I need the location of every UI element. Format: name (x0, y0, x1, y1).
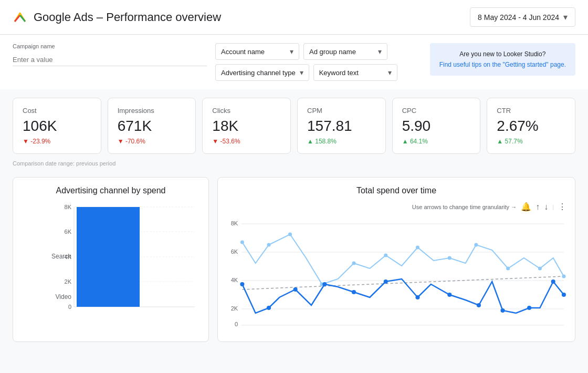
svg-point-45 (500, 308, 505, 313)
chart-toolbar: Use arrows to change time granularity → … (226, 202, 566, 212)
info-box-link[interactable]: Find useful tips on the "Getting started… (439, 61, 566, 68)
filter-row-top: Account name ▾ Ad group name ▾ (215, 43, 422, 60)
toolbar-divider: | (552, 204, 554, 210)
svg-point-39 (322, 282, 327, 286)
metrics-grid: Cost106K▼ -23.9%Impressions671K▼ -70.6%C… (13, 98, 575, 154)
metric-value: 5.90 (402, 118, 471, 134)
svg-point-25 (267, 243, 270, 247)
metric-label: Clicks (212, 107, 281, 115)
svg-point-37 (267, 306, 271, 310)
svg-point-35 (562, 275, 565, 278)
metric-card-ctr: CTR2.67%▲ 57.7% (487, 98, 575, 154)
filters-section: Campaign name Account name ▾ Ad group na… (0, 35, 588, 89)
svg-point-31 (448, 256, 452, 260)
campaign-name-filter: Campaign name (13, 43, 207, 66)
time-granularity-label: Use arrows to change time granularity → (412, 204, 517, 210)
svg-text:0: 0 (68, 304, 71, 310)
metric-value: 18K (212, 118, 281, 134)
metrics-section: Cost106K▼ -23.9%Impressions671K▼ -70.6%C… (0, 89, 588, 158)
metric-card-cost: Cost106K▼ -23.9% (13, 98, 101, 154)
advertising-channel-dropdown[interactable]: Advertising channel type ▾ (215, 64, 309, 81)
svg-point-36 (240, 282, 244, 286)
metric-label: CPC (402, 107, 471, 115)
info-box: Are you new to Looker Studio? Find usefu… (430, 43, 575, 76)
metric-card-cpm: CPM157.81▲ 158.8% (297, 98, 386, 154)
metric-change: ▲ 57.7% (497, 138, 565, 145)
svg-point-33 (506, 267, 510, 271)
filter-row-bottom: Advertising channel type ▾ Keyword text … (215, 64, 422, 81)
svg-point-30 (416, 246, 419, 250)
keyword-text-dropdown[interactable]: Keyword text ▾ (313, 64, 397, 81)
ad-group-name-label: Ad group name (309, 48, 356, 56)
current-period-line (242, 279, 564, 313)
advertising-channel-arrow-icon: ▾ (300, 68, 303, 77)
metric-value: 106K (23, 118, 91, 134)
svg-text:6K: 6K (231, 248, 238, 255)
previous-period-line (242, 234, 564, 284)
svg-point-43 (447, 293, 452, 297)
svg-point-47 (551, 279, 555, 284)
dropdown-filters: Account name ▾ Ad group name ▾ Advertisi… (215, 43, 422, 81)
svg-point-42 (415, 295, 419, 299)
video-bar (77, 303, 83, 307)
google-ads-logo-icon (13, 10, 27, 25)
comparison-note: Comparison date range: previous period (0, 158, 588, 173)
account-name-label: Account name (221, 48, 265, 56)
page-header: Google Ads – Performance overview 8 May … (0, 0, 588, 35)
header-left: Google Ads – Performance overview (13, 10, 221, 25)
svg-point-44 (477, 303, 481, 307)
metric-label: Impressions (118, 107, 186, 115)
metric-label: Cost (23, 107, 91, 115)
metric-change: ▼ -23.9% (23, 138, 91, 145)
campaign-name-input[interactable] (13, 54, 207, 66)
bar-chart-y-labels (22, 202, 48, 328)
metric-change: ▲ 158.8% (307, 138, 376, 145)
metric-change: ▼ -53.6% (212, 138, 281, 145)
arrow-down-icon[interactable]: ↓ (544, 202, 548, 212)
metric-change: ▲ 64.1% (402, 138, 471, 145)
svg-point-26 (288, 233, 292, 236)
bell-icon[interactable]: 🔔 (521, 202, 531, 212)
line-chart-svg: 8K 6K 4K 2K 0 (226, 216, 566, 331)
svg-text:4K: 4K (231, 277, 238, 283)
date-picker-arrow-icon: ▾ (563, 12, 568, 22)
account-name-dropdown[interactable]: Account name ▾ (215, 43, 299, 60)
svg-point-24 (240, 241, 244, 244)
campaign-name-label: Campaign name (13, 43, 207, 49)
svg-point-48 (562, 293, 566, 297)
svg-point-34 (538, 267, 542, 271)
line-chart-title: Total spend over time (226, 186, 566, 195)
svg-point-29 (384, 254, 387, 257)
svg-point-41 (384, 279, 388, 284)
arrow-up-icon[interactable]: ↑ (536, 202, 540, 212)
metric-value: 2.67% (497, 118, 565, 134)
metric-value: 671K (118, 118, 186, 134)
date-range-picker[interactable]: 8 May 2024 - 4 Jun 2024 ▾ (470, 7, 575, 27)
charts-section: Advertising channel by spend 8K 6K 4K (0, 173, 588, 350)
svg-text:2K: 2K (231, 305, 238, 312)
ad-group-name-arrow-icon: ▾ (378, 47, 382, 56)
bar-chart-svg: 8K 6K 4K 2K 0 Search Video (48, 202, 200, 328)
metric-card-impressions: Impressions671K▼ -70.6% (108, 98, 196, 154)
ad-group-name-dropdown[interactable]: Ad group name ▾ (303, 43, 387, 60)
svg-point-28 (352, 262, 355, 265)
metric-label: CPM (307, 107, 376, 115)
bar-chart-area: 8K 6K 4K 2K 0 Search Video (22, 202, 200, 328)
svg-point-32 (474, 243, 478, 247)
bar-chart-title: Advertising channel by spend (22, 186, 200, 195)
svg-text:6K: 6K (65, 229, 72, 235)
metric-change: ▼ -70.6% (118, 138, 186, 145)
svg-text:8K: 8K (65, 204, 72, 210)
svg-text:Video: Video (56, 293, 72, 301)
more-options-icon[interactable]: ⋮ (558, 202, 566, 212)
keyword-text-label: Keyword text (319, 69, 359, 77)
metric-value: 157.81 (307, 118, 376, 134)
account-name-arrow-icon: ▾ (290, 47, 293, 56)
metric-card-clicks: Clicks18K▼ -53.6% (202, 98, 291, 154)
keyword-text-arrow-icon: ▾ (388, 68, 392, 77)
svg-point-40 (352, 290, 356, 294)
svg-text:Search: Search (51, 253, 71, 260)
metric-card-cpc: CPC5.90▲ 64.1% (392, 98, 481, 154)
search-bar (77, 207, 140, 307)
svg-text:0: 0 (235, 321, 238, 327)
